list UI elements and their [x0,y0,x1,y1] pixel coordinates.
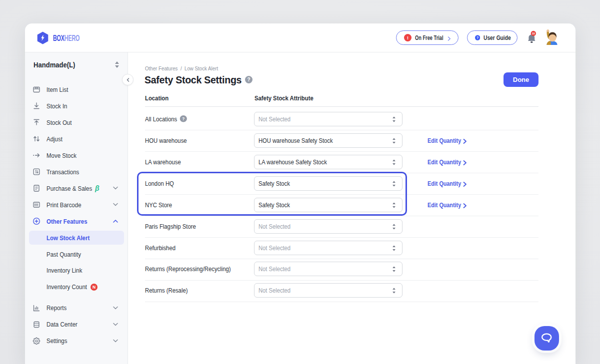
svg-text:N: N [92,285,96,290]
svg-text:?: ? [476,36,478,39]
svg-text:!: ! [407,35,408,40]
svg-text:?: ? [247,77,250,82]
svg-text:?: ? [182,116,184,121]
svg-text:10: 10 [532,32,535,35]
